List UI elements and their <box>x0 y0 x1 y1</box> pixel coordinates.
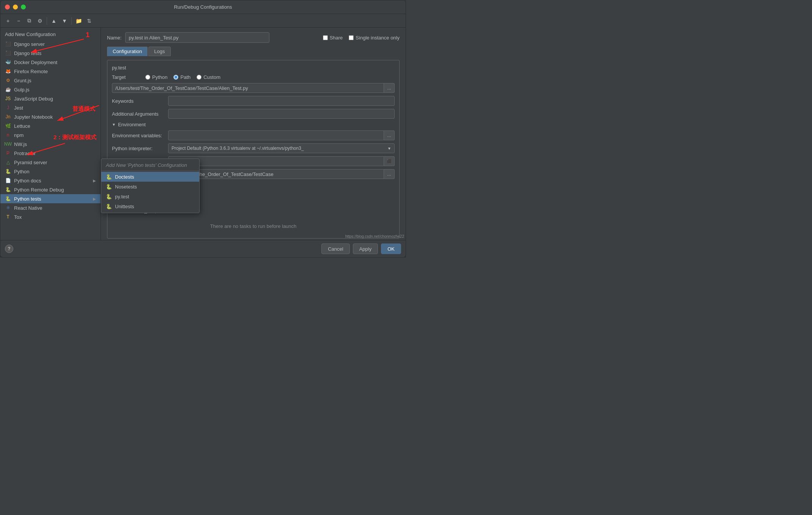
single-instance-checkbox[interactable] <box>349 35 354 40</box>
left-panel: Add New Configuration ⬛ Django server ⬛ … <box>0 28 101 240</box>
add-new-configuration[interactable]: Add New Configuration <box>0 29 101 39</box>
npm-icon: n <box>5 132 11 138</box>
sidebar-item-protractor[interactable]: P Protractor <box>0 149 101 158</box>
help-button[interactable]: ? <box>5 245 13 253</box>
folder-button[interactable]: 📁 <box>74 16 83 25</box>
toolbar-separator-2 <box>71 17 72 25</box>
add-config-button[interactable]: + <box>3 16 13 25</box>
sidebar-item-jupyter[interactable]: Jn Jupyter Notebook <box>0 112 101 121</box>
sidebar-item-lettuce[interactable]: 🌿 Lettuce <box>0 121 101 130</box>
minimize-button[interactable] <box>13 5 18 9</box>
single-instance-label[interactable]: Single instance only <box>349 35 400 41</box>
tox-icon: T <box>5 214 11 220</box>
sidebar-item-python[interactable]: 🐍 Python <box>0 167 101 176</box>
sidebar-item-pyramid[interactable]: △ Pyramid server <box>0 158 101 167</box>
path-input[interactable] <box>112 83 384 93</box>
tab-logs[interactable]: Logs <box>148 47 170 56</box>
tab-configuration[interactable]: Configuration <box>107 47 148 56</box>
move-up-button[interactable]: ▲ <box>49 16 58 25</box>
context-menu: Add New 'Python tests' Configuration 🐍 D… <box>101 159 200 213</box>
target-python-radio[interactable] <box>145 75 150 80</box>
apply-button[interactable]: Apply <box>353 243 378 254</box>
sidebar-item-python-tests[interactable]: 🐍 Python tests ▶ <box>0 194 101 203</box>
keywords-row: Keywords <box>112 96 395 106</box>
interpreter-select[interactable]: Project Default (Python 3.6.3 virtualenv… <box>168 143 395 153</box>
target-path-radio[interactable] <box>173 75 178 80</box>
path-browse-button[interactable]: … <box>384 83 395 93</box>
interpreter-row: Python interpreter: Project Default (Pyt… <box>112 143 395 153</box>
ok-button[interactable]: OK <box>381 243 401 254</box>
jest-icon: J <box>5 105 11 111</box>
python-icon: 🐍 <box>5 168 11 174</box>
docker-icon: 🐳 <box>5 59 11 65</box>
target-python-option[interactable]: Python <box>145 74 167 80</box>
env-vars-label: Environment variables: <box>112 133 165 138</box>
env-vars-input[interactable] <box>168 130 384 140</box>
tasks-empty-label: There are no tasks to run before launch <box>210 223 297 229</box>
context-item-doctests[interactable]: 🐍 Doctests <box>101 172 199 182</box>
environment-arrow-icon: ▼ <box>112 122 116 127</box>
target-custom-option[interactable]: Custom <box>197 74 220 80</box>
interpreter-dropdown-arrow-icon: ▼ <box>387 146 391 151</box>
sidebar-item-react-native[interactable]: ⚛ React Native <box>0 203 101 212</box>
additional-args-input[interactable] <box>168 109 395 119</box>
interpreter-options-browse-button[interactable]: ⬛ <box>384 156 395 166</box>
django-tests-icon: ⬛ <box>5 50 11 56</box>
context-item-unittests[interactable]: 🐍 Unittests <box>101 201 199 211</box>
name-input[interactable] <box>125 32 269 43</box>
keywords-input[interactable] <box>168 96 395 106</box>
context-item-pytest[interactable]: 🐍 py.test <box>101 192 199 201</box>
sidebar-item-python-docs[interactable]: 📄 Python docs ▶ <box>0 176 101 185</box>
firefox-label: Firefox Remote <box>14 69 48 74</box>
env-vars-browse-button[interactable]: … <box>384 130 395 140</box>
working-dir-input-group: … <box>168 169 395 179</box>
target-path-option[interactable]: Path <box>173 74 190 80</box>
move-down-button[interactable]: ▼ <box>60 16 69 25</box>
sidebar-item-firefox[interactable]: 🦊 Firefox Remote <box>0 67 101 76</box>
sidebar-item-jest[interactable]: J Jest <box>0 103 101 112</box>
close-button[interactable] <box>5 5 10 9</box>
remove-config-button[interactable]: − <box>14 16 23 25</box>
environment-label: Environment <box>118 122 146 127</box>
sidebar-item-npm[interactable]: n npm <box>0 130 101 140</box>
sidebar-item-gruntjs[interactable]: ⚙ Grunt.js <box>0 76 101 85</box>
js-debug-icon: JS <box>5 96 11 102</box>
additional-args-row: Additional Arguments <box>112 109 395 119</box>
working-dir-browse-button[interactable]: … <box>384 169 395 179</box>
cancel-button[interactable]: Cancel <box>321 243 349 254</box>
sort-button[interactable]: ⇅ <box>85 16 94 25</box>
interpreter-label: Python interpreter: <box>112 146 165 151</box>
sidebar-item-gulpjs[interactable]: ☕ Gulp.js <box>0 85 101 94</box>
docker-label: Docker Deployment <box>14 60 57 65</box>
grunt-icon: ⚙ <box>5 77 11 83</box>
environment-section-header[interactable]: ▼ Environment <box>112 122 395 127</box>
settings-button[interactable]: ⚙ <box>35 16 44 25</box>
grunt-label: Grunt.js <box>14 78 31 83</box>
interpreter-options-input[interactable] <box>168 156 384 166</box>
maximize-button[interactable] <box>21 5 26 9</box>
django-server-icon: ⬛ <box>5 41 11 47</box>
python-remote-debug-label: Python Remote Debug <box>14 187 64 193</box>
sidebar-item-js-debug[interactable]: JS JavaScript Debug <box>0 94 101 103</box>
target-custom-radio[interactable] <box>197 75 201 80</box>
context-add-header: Add New 'Python tests' Configuration <box>101 160 199 170</box>
sidebar-item-tox[interactable]: T Tox <box>0 212 101 221</box>
sidebar-item-python-remote-debug[interactable]: 🐍 Python Remote Debug <box>0 185 101 194</box>
sidebar-item-django-tests[interactable]: ⬛ Django tests <box>0 49 101 58</box>
working-dir-input[interactable] <box>168 169 384 179</box>
path-input-group: … <box>112 83 395 93</box>
share-label[interactable]: Share <box>323 35 343 41</box>
copy-config-button[interactable]: ⧉ <box>25 16 34 25</box>
share-checkbox[interactable] <box>323 35 328 40</box>
tabs-row: Configuration Logs <box>107 47 400 56</box>
main-window: Run/Debug Configurations + − ⧉ ⚙ ▲ ▼ 📁 ⇅… <box>0 0 406 258</box>
nwjs-icon: NW <box>5 141 11 147</box>
sidebar-item-nwjs[interactable]: NW NW.js <box>0 140 101 149</box>
lettuce-icon: 🌿 <box>5 123 11 129</box>
doctests-icon: 🐍 <box>106 174 112 180</box>
context-item-nosetests[interactable]: 🐍 Nosetests <box>101 182 199 192</box>
sidebar-item-django-server[interactable]: ⬛ Django server <box>0 39 101 49</box>
bottom-right: Cancel Apply OK <box>321 243 401 254</box>
config-list: Add New Configuration ⬛ Django server ⬛ … <box>0 28 101 240</box>
sidebar-item-docker[interactable]: 🐳 Docker Deployment <box>0 58 101 67</box>
